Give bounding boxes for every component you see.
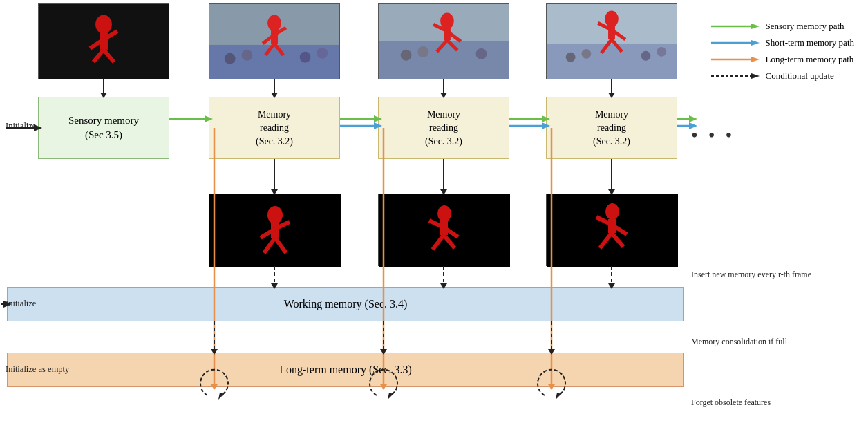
legend-sensory: Sensory memory path — [711, 21, 854, 32]
svg-marker-70 — [751, 73, 760, 79]
svg-point-27 — [401, 50, 412, 61]
svg-point-18 — [317, 48, 328, 59]
svg-point-21 — [440, 12, 454, 29]
svg-point-57 — [605, 203, 619, 220]
initialize-label-1: Initialize — [6, 121, 36, 131]
svg-point-38 — [566, 53, 576, 62]
sensory-memory-box: Sensory memory(Sec 3.5) — [38, 97, 169, 159]
insert-note-label: Insert new memory every r-th frame — [691, 270, 811, 280]
svg-point-1 — [95, 15, 112, 34]
photo-frame-2 — [209, 3, 340, 79]
mask-frame-3 — [546, 194, 677, 266]
longterm-memory-box: Long-term memory (Sec. 3.3) — [7, 353, 684, 387]
svg-point-28 — [417, 46, 428, 57]
legend-longterm: Long-term memory path — [711, 54, 854, 65]
svg-point-43 — [267, 206, 283, 224]
initialize-label-2: Initialize — [6, 299, 36, 309]
memory-reading-box-3: Memoryreading(Sec. 3.2) — [546, 97, 677, 159]
svg-marker-86 — [689, 115, 697, 122]
photo-frame-4 — [546, 3, 677, 79]
forget-note-label: Forget obsolete features — [691, 397, 771, 408]
continuation-dots: • • • — [691, 124, 735, 147]
svg-point-32 — [605, 10, 619, 27]
svg-marker-66 — [751, 40, 760, 46]
legend-panel: Sensory memory path Short-term memory pa… — [711, 21, 854, 87]
diagram-container: Sensory memory(Sec 3.5) Memoryreading(Se… — [0, 0, 868, 421]
svg-point-41 — [657, 47, 666, 57]
memory-reading-box-1: Memoryreading(Sec. 3.2) — [209, 97, 340, 159]
svg-rect-20 — [379, 41, 509, 79]
photo-frame-3 — [378, 3, 509, 79]
svg-point-40 — [641, 51, 651, 61]
svg-point-50 — [437, 205, 451, 222]
svg-point-9 — [267, 15, 281, 31]
photo-frame-1 — [38, 3, 169, 79]
legend-sensory-label: Sensory memory path — [765, 21, 844, 32]
svg-marker-68 — [751, 57, 760, 62]
svg-marker-124 — [388, 393, 393, 400]
svg-point-15 — [225, 53, 236, 64]
svg-point-29 — [476, 48, 487, 59]
mask-frame-2 — [378, 194, 509, 266]
svg-point-16 — [242, 50, 253, 61]
svg-marker-125 — [556, 393, 561, 400]
svg-point-17 — [300, 52, 311, 63]
mask-frame-1 — [209, 194, 340, 266]
legend-conditional: Conditional update — [711, 71, 854, 82]
legend-longterm-label: Long-term memory path — [765, 54, 853, 65]
consolidation-note-label: Memory consolidation if full — [691, 337, 787, 347]
svg-marker-123 — [218, 393, 224, 400]
initialize-empty-label: Initialize as empty — [6, 364, 69, 375]
svg-point-39 — [581, 49, 591, 59]
memory-reading-box-2: Memoryreading(Sec. 3.2) — [378, 97, 509, 159]
svg-rect-31 — [547, 44, 677, 79]
working-memory-box: Working memory (Sec. 3.4) — [7, 287, 684, 321]
svg-marker-64 — [751, 24, 760, 29]
legend-conditional-label: Conditional update — [765, 71, 833, 82]
legend-shortterm-label: Short-term memory path — [765, 37, 854, 48]
legend-shortterm: Short-term memory path — [711, 37, 854, 48]
